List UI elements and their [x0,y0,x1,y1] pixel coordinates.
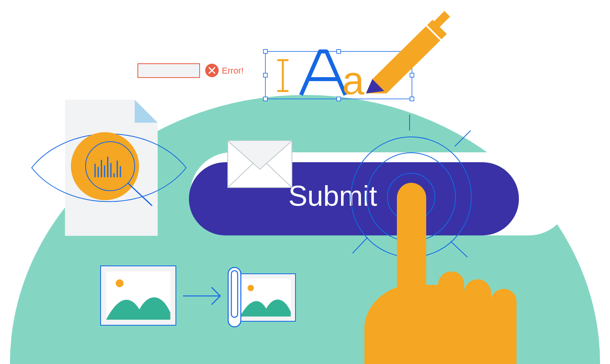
svg-rect-31 [410,73,414,77]
svg-rect-33 [337,97,341,101]
error-icon [205,64,219,77]
svg-point-45 [116,279,124,287]
uppercase-a [301,51,345,95]
error-label: Error! [222,66,244,76]
svg-rect-30 [263,73,267,77]
text-cursor-icon [278,60,288,91]
svg-rect-27 [263,49,267,53]
illustration: Submit [0,0,610,364]
pencil-icon [366,11,450,93]
svg-point-49 [248,285,254,291]
paperclip-icon [228,267,241,327]
lowercase-a: a [342,58,364,102]
svg-rect-34 [410,97,414,101]
submit-button-label: Submit [288,180,377,212]
envelope-icon [228,141,292,188]
error-field[interactable]: Error! [138,64,244,78]
svg-rect-28 [337,49,341,53]
text-edit-box[interactable]: a [263,11,450,102]
svg-rect-50 [228,267,241,327]
svg-rect-32 [263,97,267,101]
image-thumbnail-small [228,267,295,327]
image-thumbnail-large [101,266,176,325]
svg-rect-22 [138,64,200,78]
